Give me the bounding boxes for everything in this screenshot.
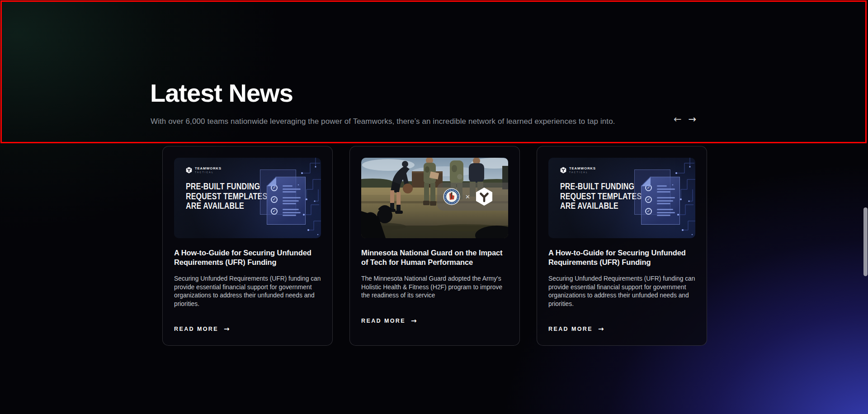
minnesota-national-guard-seal-icon bbox=[443, 188, 460, 205]
card-title: A How-to-Guide for Securing Unfunded Req… bbox=[174, 248, 321, 267]
carousel-next-button[interactable]: → bbox=[688, 113, 698, 126]
section-subtitle: With over 6,000 teams nationwide leverag… bbox=[151, 117, 675, 127]
teamworks-hex-icon bbox=[475, 188, 493, 206]
arrow-right-icon: → bbox=[411, 317, 417, 325]
section-header: Latest News With over 6,000 teams nation… bbox=[150, 80, 675, 127]
arrow-right-icon: → bbox=[224, 325, 230, 333]
scrollbar-thumb[interactable] bbox=[863, 207, 868, 276]
card-title: A How-to-Guide for Securing Unfunded Req… bbox=[548, 248, 695, 267]
read-more-link[interactable]: READ MORE → bbox=[548, 325, 695, 333]
card-body: Securing Unfunded Requirements (UFR) fun… bbox=[548, 275, 695, 308]
promo-headline: PRE-BUILT FUNDING REQUEST TEMPLATES ARE … bbox=[560, 182, 642, 211]
checkmark-icon: ✓ bbox=[645, 208, 652, 215]
checkmark-icon: ✓ bbox=[645, 196, 652, 203]
read-more-label: READ MORE bbox=[361, 318, 406, 324]
circuit-decoration bbox=[293, 158, 321, 238]
arrow-right-icon: → bbox=[598, 325, 604, 333]
news-cards-row: TEAMWORKS TACTICAL PRE-BUILT FUNDING REQ… bbox=[162, 146, 707, 346]
card-thumbnail-promo: TEAMWORKS TACTICAL PRE-BUILT FUNDING REQ… bbox=[548, 158, 695, 238]
brand-subname: TACTICAL bbox=[195, 171, 222, 174]
partnership-x-icon: ✕ bbox=[465, 193, 470, 200]
arrow-right-icon: → bbox=[689, 114, 697, 125]
promo-headline: PRE-BUILT FUNDING REQUEST TEMPLATES ARE … bbox=[186, 182, 267, 211]
carousel-nav: ← → bbox=[673, 113, 697, 126]
brand-name: TEAMWORKS bbox=[569, 166, 596, 170]
card-thumbnail-promo: TEAMWORKS TACTICAL PRE-BUILT FUNDING REQ… bbox=[174, 158, 321, 238]
read-more-label: READ MORE bbox=[174, 326, 218, 332]
news-card[interactable]: TEAMWORKS TACTICAL PRE-BUILT FUNDING REQ… bbox=[537, 146, 707, 346]
card-title: Minnesota National Guard on the Impact o… bbox=[361, 248, 508, 267]
read-more-label: READ MORE bbox=[548, 326, 593, 332]
card-body: Securing Unfunded Requirements (UFR) fun… bbox=[174, 275, 321, 308]
teamworks-hex-icon bbox=[186, 167, 192, 174]
teamworks-tactical-logo: TEAMWORKS TACTICAL bbox=[186, 166, 222, 174]
teamworks-hex-icon bbox=[560, 167, 566, 174]
card-body: The Minnesota National Guard adopted the… bbox=[361, 275, 508, 300]
brand-subname: TACTICAL bbox=[569, 171, 596, 174]
brand-name: TEAMWORKS bbox=[195, 166, 222, 170]
read-more-link[interactable]: READ MORE → bbox=[174, 325, 321, 333]
card-thumbnail-photo: ✕ bbox=[361, 158, 508, 238]
carousel-prev-button[interactable]: ← bbox=[673, 113, 683, 126]
arrow-left-icon: ← bbox=[674, 114, 682, 125]
news-card[interactable]: ✕ Minnesota National Guard on the Impact… bbox=[349, 146, 520, 346]
read-more-link[interactable]: READ MORE → bbox=[361, 317, 508, 325]
news-card[interactable]: TEAMWORKS TACTICAL PRE-BUILT FUNDING REQ… bbox=[162, 146, 333, 346]
circuit-decoration bbox=[667, 158, 695, 238]
partnership-badge: ✕ bbox=[437, 183, 508, 211]
checkmark-icon: ✓ bbox=[271, 208, 278, 215]
teamworks-tactical-logo: TEAMWORKS TACTICAL bbox=[560, 166, 596, 174]
checkmark-icon: ✓ bbox=[271, 196, 278, 203]
section-title: Latest News bbox=[150, 80, 675, 107]
